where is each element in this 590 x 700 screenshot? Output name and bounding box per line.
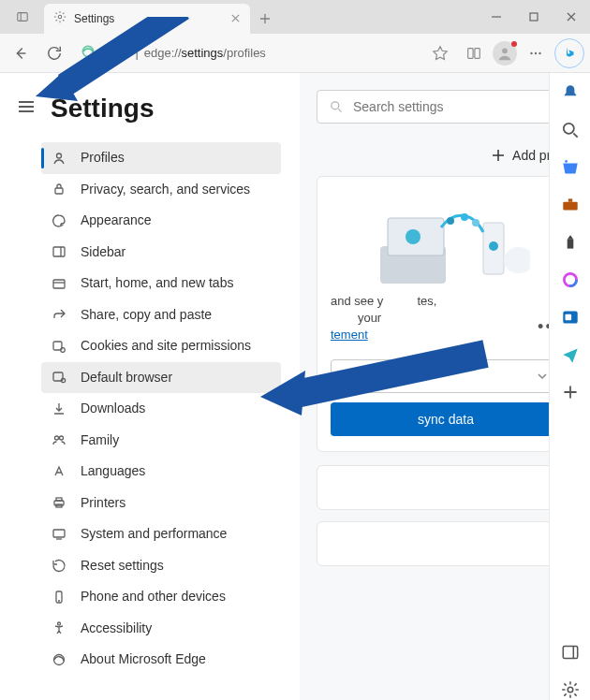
nav-item-printers[interactable]: Printers [41, 488, 281, 519]
nav-item-start[interactable]: Start, home, and new tabs [41, 268, 281, 299]
notification-icon[interactable] [560, 82, 581, 103]
svg-rect-58 [563, 646, 577, 658]
svg-point-12 [538, 51, 540, 53]
settings-nav: Settings Profiles Privacy, search, and s… [0, 73, 300, 700]
svg-rect-29 [53, 247, 65, 256]
svg-rect-31 [53, 280, 65, 288]
svg-point-13 [332, 102, 339, 109]
svg-point-27 [57, 153, 62, 158]
svg-rect-7 [468, 48, 473, 58]
nav-item-family[interactable]: Family [41, 425, 281, 457]
svg-line-14 [338, 109, 341, 111]
svg-point-48 [563, 124, 573, 134]
nav-item-sidebar[interactable]: Sidebar [41, 237, 281, 269]
nav-item-about[interactable]: About Microsoft Edge [41, 644, 281, 676]
window-close-button[interactable] [553, 0, 590, 34]
nav-item-appearance[interactable]: Appearance [41, 205, 281, 237]
family-icon [51, 432, 67, 447]
edge-sidebar [549, 73, 590, 700]
favorite-button[interactable] [425, 38, 455, 68]
annotation-arrow [260, 329, 494, 436]
svg-point-60 [568, 687, 573, 693]
outlook-icon[interactable] [560, 307, 581, 328]
svg-rect-40 [56, 498, 62, 501]
nav-item-accessibility[interactable]: Accessibility [41, 613, 281, 645]
search-icon [329, 99, 344, 114]
more-button[interactable] [521, 38, 551, 68]
system-icon [51, 527, 67, 542]
add-profile-button[interactable]: Add profile [317, 148, 575, 163]
window-maximize-button[interactable] [515, 0, 553, 34]
svg-point-23 [504, 247, 530, 273]
lock-icon [51, 182, 67, 197]
back-button[interactable] [6, 38, 36, 68]
shopping-icon[interactable] [560, 157, 581, 178]
profile-illustration [331, 190, 561, 293]
nav-item-phone[interactable]: Phone and other devices [41, 581, 281, 613]
svg-line-49 [573, 133, 577, 137]
svg-rect-52 [568, 198, 571, 201]
profile-avatar[interactable] [493, 41, 517, 66]
search-settings-input[interactable] [317, 90, 575, 124]
collections-button[interactable] [459, 38, 489, 68]
svg-rect-28 [55, 188, 63, 194]
profile-icon [51, 151, 67, 166]
svg-point-38 [60, 436, 64, 440]
svg-rect-53 [567, 240, 573, 249]
sidebar-settings-icon[interactable] [560, 679, 581, 700]
sidebar-toggle-icon[interactable] [560, 642, 581, 663]
nav-item-reset[interactable]: Reset settings [41, 550, 281, 582]
nav-item-default-browser[interactable]: Default browser [41, 362, 281, 394]
svg-rect-51 [563, 202, 577, 211]
office-icon[interactable] [560, 270, 581, 290]
language-icon [51, 464, 67, 479]
add-sidebar-icon[interactable] [560, 382, 581, 402]
nav-list: Profiles Privacy, search, and services A… [13, 142, 281, 676]
chevron-down-icon [536, 370, 549, 383]
svg-point-46 [58, 622, 61, 625]
settings-row[interactable] [317, 465, 575, 510]
nav-item-cookies[interactable]: Cookies and site permissions [41, 330, 281, 362]
svg-point-10 [530, 51, 532, 53]
phone-icon [51, 590, 67, 605]
sidebar-icon [51, 244, 67, 259]
printer-icon [51, 495, 67, 510]
svg-rect-57 [565, 314, 571, 321]
svg-rect-62 [58, 17, 189, 95]
nav-item-system[interactable]: System and performance [41, 518, 281, 550]
accessibility-icon [51, 620, 67, 635]
window-minimize-button[interactable] [478, 0, 515, 34]
svg-rect-65 [290, 340, 489, 408]
nav-item-share[interactable]: Share, copy and paste [41, 299, 281, 331]
palette-icon [51, 213, 67, 228]
svg-point-50 [565, 160, 568, 163]
download-icon [51, 401, 67, 416]
bing-chat-button[interactable] [554, 38, 584, 68]
svg-point-22 [472, 219, 479, 226]
svg-point-21 [461, 213, 468, 221]
tools-icon[interactable] [560, 195, 581, 215]
svg-point-19 [489, 241, 498, 251]
annotation-arrow [36, 17, 204, 124]
tabs-icon [51, 276, 67, 291]
close-icon[interactable] [230, 10, 241, 27]
svg-rect-4 [530, 13, 538, 21]
hamburger-icon[interactable] [17, 97, 36, 120]
settings-row[interactable] [317, 521, 575, 566]
nav-item-privacy[interactable]: Privacy, search, and services [41, 174, 281, 206]
reset-icon [51, 558, 67, 573]
browser-icon [51, 370, 67, 385]
svg-point-17 [406, 229, 420, 244]
svg-rect-42 [53, 530, 65, 537]
nav-item-downloads[interactable]: Downloads [41, 393, 281, 425]
edge-logo-icon [51, 652, 67, 667]
drop-icon[interactable] [560, 344, 581, 365]
search-icon[interactable] [560, 120, 581, 140]
games-icon[interactable] [560, 232, 581, 253]
svg-rect-8 [475, 48, 479, 58]
cookies-icon [51, 339, 67, 354]
nav-item-profiles[interactable]: Profiles [41, 142, 281, 174]
new-tab-button[interactable] [250, 4, 280, 34]
nav-item-languages[interactable]: Languages [41, 456, 281, 488]
svg-point-20 [447, 217, 454, 225]
